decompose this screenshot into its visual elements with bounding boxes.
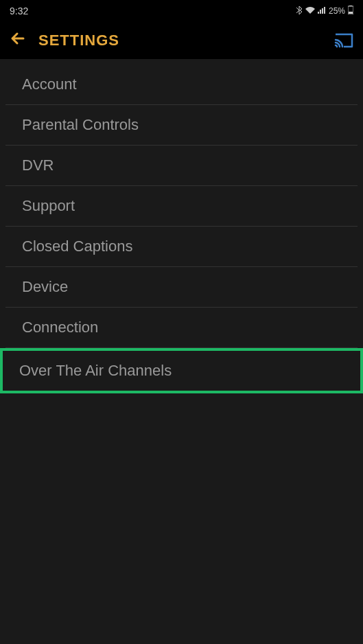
- settings-item-connection[interactable]: Connection: [5, 308, 358, 348]
- signal-icon: [318, 6, 326, 16]
- settings-item-label: Over The Air Channels: [19, 362, 172, 379]
- header-left: SETTINGS: [10, 30, 119, 51]
- settings-item-support[interactable]: Support: [5, 186, 358, 227]
- settings-item-label: Device: [22, 278, 68, 295]
- settings-item-label: Account: [22, 76, 77, 93]
- status-icons: 25%: [296, 5, 353, 16]
- settings-item-over-the-air-channels[interactable]: Over The Air Channels: [0, 348, 363, 393]
- settings-item-dvr[interactable]: DVR: [5, 146, 358, 186]
- settings-content: Account Parental Controls DVR Support Cl…: [0, 59, 363, 644]
- settings-item-parental-controls[interactable]: Parental Controls: [5, 105, 358, 146]
- settings-item-label: Support: [22, 197, 75, 214]
- settings-item-label: Parental Controls: [22, 116, 139, 133]
- battery-icon: [348, 5, 353, 16]
- settings-item-label: Closed Captions: [22, 238, 132, 255]
- settings-item-label: DVR: [22, 157, 54, 174]
- cast-icon[interactable]: [334, 33, 353, 48]
- status-bar: 9:32 25%: [0, 0, 363, 22]
- settings-list: Account Parental Controls DVR Support Cl…: [0, 65, 363, 393]
- settings-item-label: Connection: [22, 319, 98, 336]
- battery-label: 25%: [329, 6, 345, 16]
- settings-item-device[interactable]: Device: [5, 267, 358, 308]
- settings-item-closed-captions[interactable]: Closed Captions: [5, 227, 358, 267]
- svg-rect-1: [349, 5, 352, 6]
- svg-rect-2: [349, 12, 353, 14]
- page-title: SETTINGS: [38, 32, 119, 49]
- back-arrow-icon[interactable]: [10, 30, 26, 51]
- bluetooth-icon: [296, 6, 303, 16]
- app-header: SETTINGS: [0, 22, 363, 59]
- wifi-icon: [305, 6, 315, 16]
- settings-item-account[interactable]: Account: [5, 65, 358, 105]
- status-time: 9:32: [10, 5, 28, 16]
